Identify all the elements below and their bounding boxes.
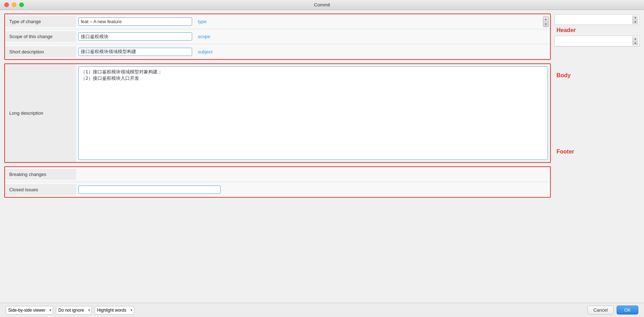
type-of-change-label: Type of change (5, 16, 76, 27)
scope-tag: scope (198, 34, 210, 39)
window-title: Commit (314, 2, 330, 7)
closed-issues-input[interactable] (78, 186, 221, 194)
right-scope-down[interactable]: ▼ (633, 41, 638, 46)
minimize-button[interactable] (12, 2, 16, 7)
side-by-side-wrap: Side-by-side viewer (6, 306, 53, 315)
type-dropdown-wrap (78, 17, 192, 26)
long-description-label: Long description (5, 64, 76, 162)
type-spinner[interactable]: ▲ ▼ (543, 16, 549, 27)
type-of-change-input-wrap: type (76, 16, 543, 27)
right-panel: ▲ ▼ Header ▲ ▼ Body Footer (554, 14, 640, 299)
scope-row: Scope of this change scope (5, 29, 550, 44)
scope-input[interactable] (78, 32, 192, 41)
short-description-label: Short description (5, 46, 76, 57)
scope-label: Scope of this change (5, 31, 76, 42)
breaking-changes-value (76, 173, 550, 176)
title-bar: Commit (0, 0, 644, 10)
side-by-side-select[interactable]: Side-by-side viewer (6, 306, 53, 315)
right-scope-row: ▲ ▼ (555, 36, 639, 46)
cancel-button[interactable]: Cancel (587, 306, 614, 315)
body-row: Long description （1）接口鉴权模块领域模型对象构建； （2）接… (5, 64, 550, 162)
right-type-spinner-up[interactable]: ▲ (633, 15, 638, 20)
type-spinner-up[interactable]: ▲ (543, 17, 548, 22)
left-area: Type of change type ▲ ▼ Scope of this ch… (4, 14, 551, 299)
type-spinner-down[interactable]: ▼ (543, 22, 548, 27)
do-not-ignore-wrap: Do not ignore (56, 306, 92, 315)
right-scope-dropdown: ▲ ▼ (554, 36, 640, 47)
right-scope-up[interactable]: ▲ (633, 37, 638, 41)
bottom-left: Side-by-side viewer Do not ignore Highli… (6, 306, 134, 315)
footer-section: Breaking changes Closed issues (4, 166, 551, 198)
type-tag: type (198, 19, 207, 24)
do-not-ignore-select[interactable]: Do not ignore (56, 306, 92, 315)
highlight-words-select[interactable]: Highlight words (95, 306, 134, 315)
subject-tag: subject (198, 49, 212, 54)
right-type-dropdown-row: ▲ ▼ (554, 14, 640, 25)
body-section: Long description （1）接口鉴权模块领域模型对象构建； （2）接… (4, 63, 551, 163)
header-section: Type of change type ▲ ▼ Scope of this ch… (4, 14, 551, 60)
bottom-right: Cancel OK (587, 306, 638, 315)
type-of-change-row: Type of change type ▲ ▼ (5, 14, 550, 29)
breaking-changes-row: Breaking changes (5, 167, 550, 182)
dialog-content: Type of change type ▲ ▼ Scope of this ch… (0, 10, 644, 303)
footer-section-label: Footer (554, 147, 640, 156)
right-type-spinner[interactable]: ▲ ▼ (632, 15, 638, 24)
right-header-section: ▲ ▼ Header ▲ ▼ (554, 14, 640, 47)
long-description-textarea[interactable]: （1）接口鉴权模块领域模型对象构建； （2）接口鉴权模块入口开发 (78, 66, 548, 160)
right-scope-spinner[interactable]: ▲ ▼ (632, 37, 638, 45)
maximize-button[interactable] (19, 2, 24, 7)
background-filler (4, 201, 551, 299)
short-description-input-wrap: subject (76, 46, 550, 57)
body-section-label: Body (554, 71, 640, 80)
scope-input-wrap: scope (76, 31, 550, 42)
subject-input[interactable] (78, 48, 192, 56)
closed-issues-label: Closed issues (5, 184, 76, 195)
right-type-spinner-down[interactable]: ▼ (633, 20, 638, 24)
highlight-words-wrap: Highlight words (95, 306, 134, 315)
close-button[interactable] (4, 2, 9, 7)
bottom-bar: Side-by-side viewer Do not ignore Highli… (0, 303, 644, 317)
header-section-label: Header (554, 26, 640, 35)
closed-issues-row: Closed issues (5, 182, 550, 197)
window-controls (4, 2, 24, 7)
type-input[interactable] (78, 17, 192, 26)
closed-issues-input-wrap (76, 184, 550, 195)
breaking-changes-label: Breaking changes (5, 169, 76, 180)
ok-button[interactable]: OK (617, 306, 638, 315)
short-description-row: Short description subject (5, 44, 550, 59)
